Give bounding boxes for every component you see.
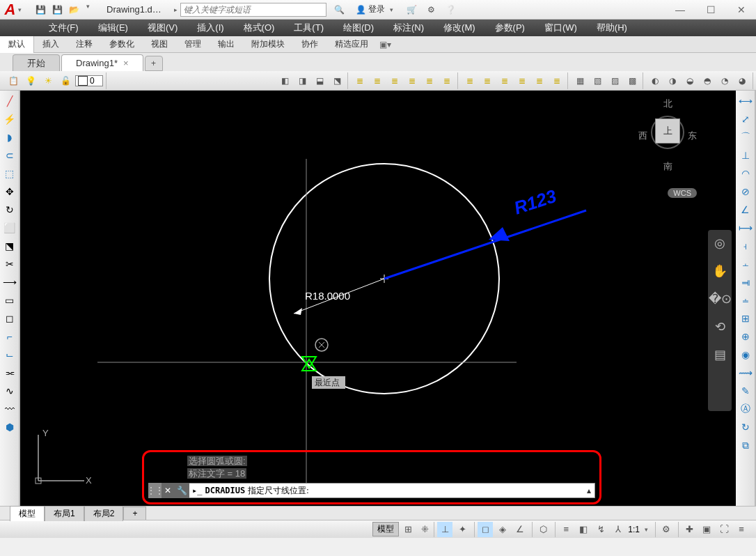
explode-icon[interactable]: ⫘: [2, 365, 17, 380]
move-icon[interactable]: ✥: [2, 184, 17, 199]
showmotion-icon[interactable]: ▤: [711, 346, 729, 364]
viewport-icon[interactable]: ▦: [572, 73, 588, 88]
layer-properties-icon[interactable]: 📋: [6, 73, 21, 88]
zoom-extents-icon[interactable]: �⊙: [711, 290, 729, 308]
tool-icon[interactable]: ◕: [734, 73, 750, 88]
drawing-canvas[interactable]: R18.0000 最近点 R123 X Y: [20, 91, 736, 506]
help-icon[interactable]: ❔: [443, 3, 459, 17]
isolate-icon[interactable]: ✚: [682, 522, 697, 537]
dim-aligned-icon[interactable]: ⤢: [738, 111, 753, 127]
rectangle-icon[interactable]: ▭: [2, 293, 17, 308]
layer-indicator[interactable]: 0: [75, 75, 103, 86]
layer-stack-icon[interactable]: ≣: [514, 73, 530, 88]
extend-icon[interactable]: ⟶: [2, 275, 17, 290]
dim-continue-icon[interactable]: ⫠: [738, 256, 753, 272]
menu-view[interactable]: 视图(V): [138, 20, 187, 36]
menu-edit[interactable]: 编辑(E): [88, 20, 138, 36]
layout-tab-add[interactable]: +: [123, 507, 146, 520]
dim-quick-icon[interactable]: ⟼: [738, 220, 753, 235]
jogged-icon[interactable]: ⟿: [738, 365, 753, 380]
trim-icon[interactable]: ✂: [2, 256, 17, 272]
pan-icon[interactable]: ✋: [711, 262, 729, 280]
scale-label[interactable]: 1:1: [628, 525, 640, 534]
wcs-badge[interactable]: WCS: [668, 188, 697, 198]
share-icon[interactable]: ⚙: [424, 3, 439, 17]
offset-icon[interactable]: ⊂: [2, 148, 17, 163]
layer-stack-icon[interactable]: ≣: [387, 73, 402, 88]
ribbon-tab-output[interactable]: 输出: [210, 36, 243, 53]
dim-baseline-icon[interactable]: ⫞: [738, 238, 753, 254]
ribbon-tab-featured[interactable]: 精选应用: [326, 36, 377, 53]
dim-break-icon[interactable]: ⫨: [738, 293, 753, 308]
lineweight-icon[interactable]: ≡: [558, 522, 574, 537]
mirror-icon[interactable]: ◗: [2, 130, 17, 145]
save-icon[interactable]: 💾: [33, 3, 47, 17]
model-space-button[interactable]: 模型: [372, 522, 399, 536]
layer-stack-icon[interactable]: ≣: [422, 73, 437, 88]
dim-diameter-icon[interactable]: ⊘: [738, 184, 753, 199]
osnap-icon[interactable]: ◻: [478, 522, 493, 537]
viewport-icon[interactable]: ▧: [590, 73, 605, 88]
transparency-icon[interactable]: ◧: [576, 522, 591, 537]
menu-insert[interactable]: 插入(I): [187, 20, 233, 36]
tool-icon[interactable]: ◐: [647, 73, 663, 88]
customize-icon[interactable]: ≡: [734, 522, 749, 537]
scale-icon[interactable]: ⬜: [2, 220, 17, 235]
ortho-icon[interactable]: ⊥: [437, 522, 452, 537]
tool-icon[interactable]: ◒: [682, 73, 698, 88]
tool-icon[interactable]: ◑: [665, 73, 680, 88]
app-icon[interactable]: A▾: [0, 0, 29, 20]
close-button[interactable]: ✕: [727, 1, 756, 18]
layout-tab-2[interactable]: 布局2: [84, 506, 124, 521]
dyn-ucs-icon[interactable]: ⬡: [535, 522, 551, 537]
ribbon-tab-view[interactable]: 视图: [143, 36, 176, 53]
ribbon-tab-default[interactable]: 默认: [0, 36, 34, 53]
layer-stack-icon[interactable]: ≣: [370, 73, 385, 88]
menu-parametric[interactable]: 参数(P): [485, 20, 535, 36]
cmd-expand-icon[interactable]: ▴: [583, 486, 594, 495]
dim-radius-icon[interactable]: ◠: [738, 166, 753, 181]
layer-stack-icon[interactable]: ≣: [480, 73, 495, 88]
menu-window[interactable]: 窗口(W): [535, 20, 587, 36]
ribbon-tab-collab[interactable]: 协作: [293, 36, 326, 53]
command-line[interactable]: ⋮⋮ ✕ 🔧 ▸_ DCRADIUS 指定尺寸线位置: ▴: [148, 483, 595, 498]
file-tab-start[interactable]: 开始: [13, 54, 60, 71]
ribbon-tab-parametric[interactable]: 参数化: [101, 36, 143, 53]
layer-stack-icon[interactable]: ≣: [549, 73, 565, 88]
cmd-grip-icon[interactable]: ⋮⋮: [149, 483, 162, 498]
cycling-icon[interactable]: ↯: [593, 522, 608, 537]
annotation-scale-icon[interactable]: ⅄: [611, 522, 626, 537]
file-tab-drawing[interactable]: Drawing1* ×: [61, 54, 143, 71]
array-icon[interactable]: ⬚: [2, 166, 17, 181]
clean-screen-icon[interactable]: ⛶: [716, 522, 732, 537]
otrack-icon[interactable]: ∠: [512, 522, 528, 537]
command-input[interactable]: [312, 486, 583, 496]
construction-line-icon[interactable]: ⚡: [2, 111, 17, 127]
viewcube-top[interactable]: 上: [655, 118, 680, 144]
layer-stack-icon[interactable]: ≣: [404, 73, 420, 88]
qat-dropdown[interactable]: ▾: [84, 3, 93, 17]
tool-icon[interactable]: ◨: [294, 73, 310, 88]
dim-ordinate-icon[interactable]: ⊥: [738, 148, 753, 163]
menu-dimension[interactable]: 标注(N): [384, 20, 434, 36]
3d-icon[interactable]: ⬢: [2, 419, 17, 435]
ribbon-tab-annotate[interactable]: 注释: [68, 36, 101, 53]
rotate-icon[interactable]: ↻: [2, 202, 17, 217]
hardware-icon[interactable]: ▣: [699, 522, 714, 537]
menu-tools[interactable]: 工具(T): [284, 20, 333, 36]
tool-icon[interactable]: ◔: [717, 73, 732, 88]
search-input[interactable]: [180, 3, 326, 17]
tolerance-icon[interactable]: ⊞: [738, 311, 753, 326]
tool-icon[interactable]: ⬔: [329, 73, 345, 88]
viewport-icon[interactable]: ▨: [607, 73, 622, 88]
viewport-icon[interactable]: ▩: [624, 73, 640, 88]
menu-file[interactable]: 文件(F): [39, 20, 88, 36]
dim-space-icon[interactable]: ⫥: [738, 275, 753, 290]
minimize-button[interactable]: —: [666, 1, 695, 18]
file-tab-add[interactable]: +: [145, 56, 163, 71]
dim-style-icon[interactable]: ⧉: [738, 438, 753, 453]
saveas-icon[interactable]: 💾: [50, 3, 64, 17]
ribbon-tab-addins[interactable]: 附加模块: [243, 36, 293, 53]
dim-angular-icon[interactable]: ∠: [738, 202, 753, 217]
layer-stack-icon[interactable]: ≣: [532, 73, 547, 88]
